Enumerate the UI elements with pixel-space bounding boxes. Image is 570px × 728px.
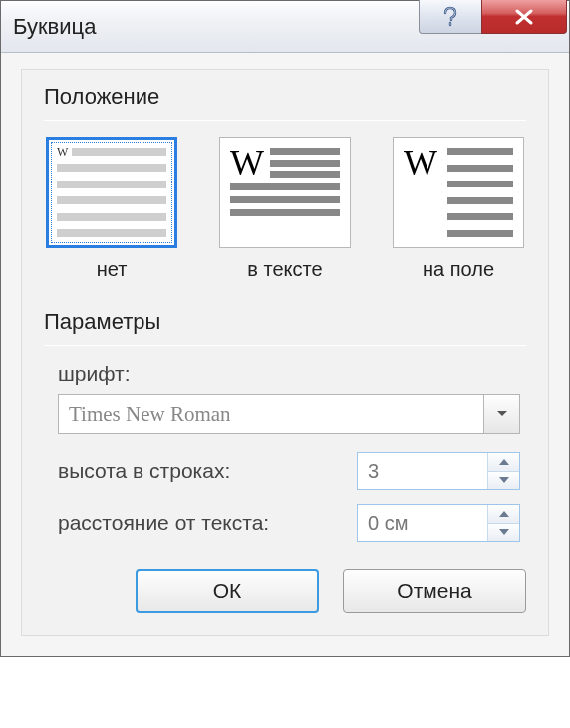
option-in-margin-preview[interactable]: W [393,137,524,248]
height-down-button[interactable] [488,471,519,490]
chevron-down-icon [496,410,508,418]
params-group-label: Параметры [44,309,526,335]
option-in-text[interactable]: W в тексте [219,137,351,281]
chevron-up-icon [499,511,509,517]
help-icon [440,6,460,28]
drop-cap-icon: W [230,148,264,178]
height-spinner[interactable]: 3 [357,452,520,490]
distance-down-button[interactable] [488,523,519,542]
chevron-up-icon [499,459,509,465]
ok-button[interactable]: ОК [136,569,319,613]
font-label: шрифт: [58,362,520,386]
position-group-label: Положение [44,84,526,110]
distance-label: расстояние от текста: [58,511,347,535]
height-label: высота в строках: [58,459,347,483]
font-value: Times New Roman [59,402,483,427]
option-none-preview[interactable]: W [46,137,177,248]
close-button[interactable] [481,0,567,34]
dialog-content: Положение W [1,53,569,656]
titlebar-buttons [420,0,567,34]
height-up-button[interactable] [488,453,519,471]
divider [44,345,526,346]
dialog-title: Буквица [13,14,96,40]
option-in-margin-label: на поле [423,258,494,281]
height-value: 3 [358,453,487,489]
font-dropdown-button[interactable] [483,395,519,433]
divider [44,120,526,121]
help-button[interactable] [419,0,482,34]
close-icon [513,8,535,26]
drop-cap-icon: W [404,148,441,237]
distance-spinner[interactable]: 0 см [357,504,520,542]
option-in-text-preview[interactable]: W [219,137,351,248]
chevron-down-icon [499,477,509,483]
cancel-button[interactable]: Отмена [343,569,526,613]
option-in-margin[interactable]: W на поле [393,137,524,281]
distance-up-button[interactable] [488,505,519,523]
option-in-text-label: в тексте [247,258,322,281]
option-none[interactable]: W нет [46,137,177,281]
font-select[interactable]: Times New Roman [58,394,520,434]
distance-value: 0 см [358,505,487,541]
letter-w-icon: W [57,148,68,156]
option-none-label: нет [97,258,128,281]
titlebar: Буквица [1,1,569,53]
chevron-down-icon [499,529,509,535]
dialog-window: Буквица Положение [0,0,570,657]
position-options: W нет [44,137,526,281]
dialog-buttons: ОК Отмена [44,569,526,613]
